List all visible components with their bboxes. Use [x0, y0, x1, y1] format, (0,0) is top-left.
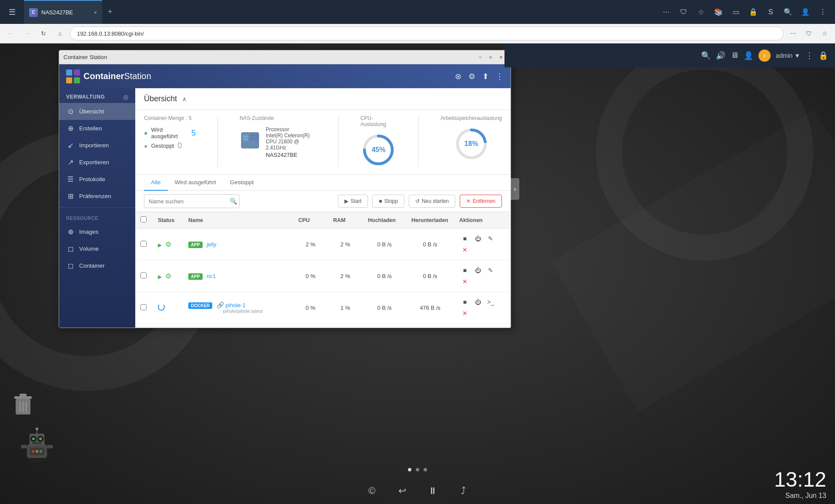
nc1-play-icon[interactable]: ▶ [158, 274, 162, 280]
pihole-delete-icon[interactable]: ✕ [459, 308, 471, 319]
tab-close-button[interactable]: × [94, 10, 97, 16]
svg-point-7 [250, 146, 252, 147]
star-icon[interactable]: ☆ [818, 27, 832, 40]
pihole-link-icon[interactable]: 🔗 [217, 302, 224, 308]
jelly-power-icon[interactable]: ⏻ [472, 233, 484, 244]
more-options-icon[interactable]: ⋮ [496, 72, 504, 81]
cpu-section: CPU-Auslastung 45% [361, 115, 397, 167]
browser-menu-button[interactable]: ☰ [0, 0, 24, 24]
sidebar-item-praeferenzen[interactable]: ⊞ Präferenzen [59, 188, 135, 205]
tab-all[interactable]: Alle [144, 175, 168, 191]
pihole-stop-icon[interactable]: ■ [459, 296, 471, 308]
settings-gear-icon[interactable]: ⚙ [468, 72, 475, 81]
bottom-copyright-icon[interactable]: © [363, 482, 381, 500]
row-jelly-checkbox[interactable] [140, 241, 147, 247]
qr-code-icon[interactable]: ⊛ [455, 72, 461, 81]
dot-2[interactable] [416, 468, 419, 471]
address-input[interactable] [70, 27, 784, 40]
sidebar-section-ressource: Ressource [59, 210, 135, 223]
sidebar-item-images[interactable]: ⊕ Images [59, 223, 135, 240]
nav-back-button[interactable]: ← [3, 27, 17, 40]
jelly-stop-icon[interactable]: ■ [459, 233, 471, 244]
tab-running[interactable]: Wird ausgeführt [168, 175, 223, 191]
select-all-checkbox[interactable] [140, 216, 147, 222]
shield-icon[interactable]: 🛡 [802, 27, 816, 40]
qnap-lock-icon[interactable]: 🔒 [818, 51, 828, 60]
browser-bookmark-button[interactable]: ☆ [693, 4, 709, 20]
browser-security-button[interactable]: 🔒 [745, 4, 761, 20]
qnap-more-icon[interactable]: ⋮ [805, 51, 813, 60]
browser-menu-dots-button[interactable]: ⋮ [815, 4, 831, 20]
nav-refresh-button[interactable]: ↻ [37, 27, 50, 40]
jelly-name[interactable]: jelly [207, 241, 216, 248]
logo-text-light: Station [124, 71, 151, 81]
qnap-user-icon[interactable]: 👤 [744, 51, 753, 60]
nav-home-button[interactable]: ⌂ [53, 27, 67, 40]
dot-1[interactable] [408, 468, 411, 471]
browser-search-button[interactable]: 🔍 [780, 4, 796, 20]
qnap-desktop-icon[interactable]: 🖥 [731, 51, 738, 60]
svg-point-20 [39, 438, 42, 440]
jelly-edit-icon[interactable]: ✎ [485, 233, 496, 244]
remove-button[interactable]: ✕ Entfernen [460, 195, 502, 208]
row-pihole-checkbox[interactable] [140, 304, 147, 310]
extensions-icon[interactable]: ⋯ [786, 27, 800, 40]
pihole-name[interactable]: pihole-1 [226, 302, 246, 308]
jelly-delete-icon[interactable]: ✕ [459, 244, 471, 255]
browser-bookmarks-list-button[interactable]: 📚 [711, 4, 726, 20]
svg-point-28 [36, 450, 38, 453]
remove-label: Entfernen [473, 198, 495, 204]
nav-forward-button[interactable]: → [20, 27, 34, 40]
browser-account-button[interactable]: 👤 [798, 4, 813, 20]
nc1-delete-icon[interactable]: ✕ [459, 276, 471, 287]
browser-shield-button[interactable]: 🛡 [676, 4, 691, 20]
sidebar-item-importieren[interactable]: ↙ Importieren [59, 137, 135, 154]
sidebar-item-protokolle[interactable]: ☰ Protokolle [59, 171, 135, 188]
pihole-power-icon[interactable]: ⏻ [472, 296, 484, 308]
browser-tab-nas[interactable]: C NAS2427BE × [24, 0, 102, 24]
sidebar-item-exportieren[interactable]: ↗ Exportieren [59, 154, 135, 171]
jelly-play-icon[interactable]: ▶ [158, 242, 162, 248]
nc1-power-icon[interactable]: ⏻ [472, 265, 484, 276]
qnap-admin-button[interactable]: admin ▼ [776, 52, 800, 59]
sidebar-images-label: Images [79, 229, 98, 235]
browser-sync-button[interactable]: S [763, 4, 778, 20]
upload-icon[interactable]: ⬆ [482, 72, 489, 81]
pihole-terminal-icon[interactable]: >_ [485, 296, 496, 308]
nc1-name[interactable]: nc1 [207, 273, 216, 279]
window-maximize-button[interactable]: + [485, 52, 496, 63]
overview-collapse-button[interactable]: ∧ [182, 96, 187, 103]
search-icon[interactable]: 🔍 [230, 198, 237, 205]
dot-3[interactable] [424, 468, 427, 471]
qnap-search-icon[interactable]: 🔍 [701, 51, 711, 60]
window-collapse-arrow[interactable]: › [511, 178, 519, 200]
start-button[interactable]: ▶ Start [338, 195, 368, 208]
qnap-top-bar: 🔍 🔊 🖥 👤 i admin ▼ ⋮ 🔒 [504, 43, 835, 67]
qnap-notification-badge[interactable]: i [758, 50, 771, 62]
nc1-edit-icon[interactable]: ✎ [485, 265, 496, 276]
bottom-share-icon[interactable]: ⤴ [454, 482, 472, 500]
tab-stopped[interactable]: Gestoppt [223, 175, 261, 191]
restart-button[interactable]: ↺ Neu starten [409, 195, 455, 208]
bottom-pause-icon[interactable]: ⏸ [424, 482, 441, 500]
stop-button[interactable]: ■ Stopp [372, 195, 404, 208]
window-minimize-button[interactable]: − [475, 52, 485, 63]
new-tab-button[interactable]: + [102, 4, 118, 20]
restart-label: Neu starten [422, 198, 449, 204]
search-input[interactable] [144, 194, 240, 208]
sidebar-item-erstellen[interactable]: ⊕ Erstellen [59, 120, 135, 137]
sidebar-item-container[interactable]: ◻ Container [59, 257, 135, 274]
sidebar-item-volume[interactable]: ◻ Volume [59, 240, 135, 257]
browser-screenshot-button[interactable]: ▭ [728, 4, 744, 20]
nas-processor-value: Intel(R) Celeron(R) [266, 133, 317, 139]
sidebar-ressource-label: Ressource [66, 216, 98, 221]
svg-point-19 [32, 438, 35, 440]
praeferenzen-icon: ⊞ [66, 192, 75, 200]
desktop-trash-icon[interactable] [12, 393, 34, 417]
row-nc1-checkbox[interactable] [140, 272, 147, 279]
nc1-stop-icon[interactable]: ■ [459, 265, 471, 276]
bottom-back-icon[interactable]: ↩ [394, 482, 411, 500]
qnap-sound-icon[interactable]: 🔊 [716, 51, 725, 60]
sidebar-item-uebersicht[interactable]: ⊙ Übersicht [59, 103, 135, 120]
browser-extensions-button[interactable]: ⋯ [658, 4, 674, 20]
